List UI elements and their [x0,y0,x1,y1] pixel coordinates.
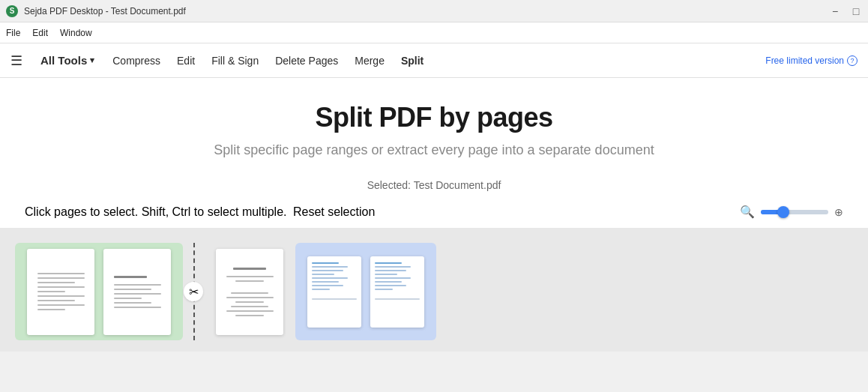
page-line [114,302,151,304]
page-line [375,266,411,268]
page-card-1[interactable] [27,249,94,335]
zoom-thumb[interactable] [777,206,789,218]
page-line [312,262,339,264]
page-line [375,270,406,271]
page-line [37,309,66,310]
instructions-bar: Click pages to select. Shift, Ctrl to se… [7,205,861,228]
page-line [226,310,274,312]
page-subtitle: Split specific page ranges or extract ev… [214,142,654,158]
menubar: File Edit Window [0,22,868,43]
page-group-3 [295,243,436,340]
app-logo: S [6,5,18,17]
page-line [375,274,397,275]
page-line [114,293,161,295]
page-line [37,282,75,283]
page-line [231,292,268,294]
zoom-in-icon[interactable]: ⊕ [834,206,843,218]
menu-file[interactable]: File [6,28,20,38]
nav-edit[interactable]: Edit [177,55,195,67]
page-group-1 [15,243,183,340]
page-line [312,289,330,290]
scissor-divider: ✂ [186,243,201,340]
free-label: Free limited version [765,55,844,66]
toolbar-nav: Compress Edit Fill & Sign Delete Pages M… [112,55,747,67]
page-line [226,297,274,298]
page-line [37,300,75,301]
page-line [312,281,339,283]
page-line [375,289,393,290]
hamburger-menu-icon[interactable]: ☰ [10,54,22,67]
page-line [312,298,357,300]
page-title: Split PDF by pages [315,102,552,133]
toolbar: ☰ All Tools ▾ Compress Edit Fill & Sign … [0,43,868,78]
page-card-3[interactable] [216,249,283,335]
page-line [312,277,348,279]
page-group-2 [204,243,295,340]
instructions-text: Click pages to select. Shift, Ctrl to se… [25,205,375,219]
free-limited-version[interactable]: Free limited version ? [765,55,858,66]
zoom-controls: 🔍 ⊕ [740,205,843,219]
nav-delete-pages[interactable]: Delete Pages [275,55,338,67]
page-line [37,273,85,274]
instructions-label: Click pages to select. Shift, Ctrl to se… [25,205,286,218]
menu-edit[interactable]: Edit [32,28,48,38]
page-line [114,289,151,290]
all-tools-label: All Tools [40,54,87,67]
page-line [375,262,402,264]
page-line [312,270,343,271]
page-line [37,304,85,306]
info-icon: ? [847,55,858,66]
page-line [37,286,85,288]
selected-file-label: Selected: Test Document.pdf [367,179,501,191]
page-line [375,281,402,283]
page-line [37,295,85,297]
page-line [226,276,274,277]
page-line [231,306,268,307]
chevron-down-icon: ▾ [90,55,94,65]
page-line [312,285,343,286]
scissors-icon: ✂ [184,282,203,301]
page-card-4[interactable] [307,256,361,328]
window-controls: − □ [829,5,862,17]
page-line [37,277,85,279]
menu-window[interactable]: Window [60,28,92,38]
page-line [375,277,411,279]
page-line [235,315,264,316]
page-line [114,307,161,308]
page-line [114,298,142,299]
pages-area: ✂ [0,228,868,352]
page-line [312,266,348,268]
window-title: Sejda PDF Desktop - Test Document.pdf [24,6,823,16]
minimize-button[interactable]: − [829,5,841,17]
nav-merge[interactable]: Merge [355,55,385,67]
page-line [312,274,334,275]
page-line-title [114,276,147,278]
page-line [235,280,264,282]
all-tools-dropdown[interactable]: All Tools ▾ [40,54,94,67]
page-line [37,291,66,292]
page-card-5[interactable] [370,256,424,328]
page-line [114,284,161,286]
page-line [375,298,420,300]
nav-compress[interactable]: Compress [112,55,160,67]
page-line-title [233,268,266,270]
maximize-button[interactable]: □ [850,5,862,17]
titlebar: S Sejda PDF Desktop - Test Document.pdf … [0,0,868,22]
reset-selection-link[interactable]: Reset selection [293,205,375,218]
nav-split[interactable]: Split [401,55,424,67]
page-line [235,301,264,303]
zoom-slider[interactable] [761,210,828,214]
main-content: Split PDF by pages Split specific page r… [0,78,868,228]
zoom-out-icon[interactable]: 🔍 [740,205,755,219]
page-line [375,285,406,286]
page-card-2[interactable] [103,249,171,335]
nav-fill-sign[interactable]: Fill & Sign [211,55,259,67]
